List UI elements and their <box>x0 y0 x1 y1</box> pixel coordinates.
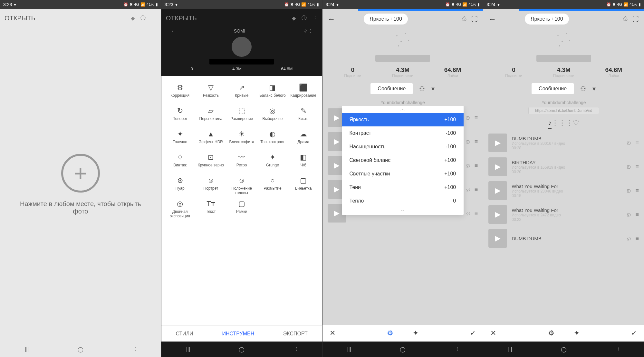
link-box[interactable]: https://somi.lnk.to/DumbDumbVid <box>528 107 599 114</box>
queue-icon[interactable]: ≡ <box>635 187 639 194</box>
adjustment-Контраст[interactable]: Контраст-100 <box>342 126 464 140</box>
queue-icon[interactable]: ≡ <box>475 186 478 193</box>
tool-расширение[interactable]: ⬚Расширение <box>228 105 255 126</box>
queue-icon[interactable]: ≡ <box>635 211 639 218</box>
info-icon[interactable]: ⓘ <box>140 15 146 22</box>
tool-положение-головы[interactable]: ☺Положение головы <box>228 175 255 195</box>
tab-tools[interactable]: ИНСТРУМЕН <box>222 331 254 337</box>
tool-размытие[interactable]: ○Размытие <box>259 175 286 195</box>
home-button[interactable]: ◯ <box>232 346 251 352</box>
bookmark-icon[interactable]: ⟄ <box>466 162 470 169</box>
more-caret[interactable]: ▾ <box>431 85 435 93</box>
tab-music[interactable]: ♪ <box>548 119 552 129</box>
bookmark-icon[interactable]: ⟄ <box>627 235 631 242</box>
recent-button[interactable]: ||| <box>340 346 359 352</box>
adjustment-Тепло[interactable]: Тепло0 <box>342 194 464 208</box>
tool-перспектива[interactable]: ▱Перспектива <box>197 105 225 126</box>
bookmark-icon[interactable]: ⟄ <box>627 187 631 194</box>
open-area[interactable]: + Нажмите в любом месте, чтобы открыть ф… <box>0 27 161 342</box>
tool-кисть[interactable]: ✎Кисть <box>290 105 317 126</box>
add-user-icon[interactable]: ⚇ <box>419 85 425 93</box>
tool-выборочно[interactable]: ◎Выборочно <box>259 105 286 126</box>
recent-button[interactable]: ||| <box>500 346 520 352</box>
queue-icon[interactable]: ≡ <box>475 210 478 217</box>
bookmark-icon[interactable]: ⟄ <box>466 210 470 217</box>
tool-поворот[interactable]: ↻Поворот <box>166 105 194 126</box>
tool-баланс-белого[interactable]: ◨Баланс белого <box>259 82 286 103</box>
more-caret[interactable]: ▾ <box>592 85 596 93</box>
bookmark-icon[interactable]: ⟄ <box>627 140 631 146</box>
song-item[interactable]: ▶BIRTHDAYИспользуется в 165919 видео00:2… <box>483 155 644 179</box>
tool-виньетка[interactable]: ▢Виньетка <box>290 175 317 195</box>
queue-icon[interactable]: ≡ <box>475 162 478 169</box>
song-item[interactable]: ▶What You Waiting ForИспользуется в 2304… <box>483 179 644 203</box>
queue-icon[interactable]: ≡ <box>635 164 639 170</box>
bell-icon[interactable]: ♤ <box>461 15 467 23</box>
tune-icon[interactable]: ⚙ <box>387 329 393 337</box>
recent-button[interactable]: ||| <box>17 346 36 352</box>
bell-icon[interactable]: ♤ <box>622 15 629 23</box>
bookmark-icon[interactable]: ⟄ <box>466 186 470 193</box>
layers-icon[interactable]: ◆ <box>131 15 135 21</box>
tool-нуар[interactable]: ⊛Нуар <box>166 175 194 195</box>
message-button[interactable]: Сообщение <box>532 83 574 94</box>
cancel-button[interactable]: ✕ <box>490 329 496 337</box>
tab-heart[interactable]: ♡ <box>573 119 579 129</box>
tool-винтаж[interactable]: ♢Винтаж <box>166 152 194 172</box>
tool-блеск-софита[interactable]: ☀Блеск софита <box>228 128 255 149</box>
back-arrow[interactable]: ← <box>328 15 335 24</box>
adjustments-panel[interactable]: ︿ Яркость+100Контраст-100Насыщенность-10… <box>342 106 464 215</box>
confirm-button[interactable]: ✓ <box>631 329 637 337</box>
compare-icon[interactable]: ⛶ <box>632 15 639 23</box>
tool-коррекция[interactable]: ⚙Коррекция <box>166 82 194 103</box>
queue-icon[interactable]: ≡ <box>475 138 478 145</box>
tool-резкость[interactable]: ▽Резкость <box>197 82 225 103</box>
adjustment-Яркость[interactable]: Яркость+100 <box>342 113 464 126</box>
tool-кадрирование[interactable]: ⬛Кадрирование <box>290 82 317 103</box>
bookmark-icon[interactable]: ⟄ <box>466 138 470 145</box>
adjustment-Тени[interactable]: Тени+100 <box>342 181 464 194</box>
bookmark-icon[interactable]: ⟄ <box>627 211 631 218</box>
tool-точечно[interactable]: ✦Точечно <box>166 128 194 149</box>
tab-export[interactable]: ЭКСПОРТ <box>283 331 308 337</box>
bookmark-icon[interactable]: ⟄ <box>627 164 631 170</box>
adjustment-Светлые участки[interactable]: Светлые участки+100 <box>342 167 464 181</box>
back-button[interactable]: 〈 <box>447 346 466 353</box>
tool-крупное-зерно[interactable]: ⊡Крупное зерно <box>197 152 225 172</box>
back-button[interactable]: 〈 <box>124 346 144 353</box>
confirm-button[interactable]: ✓ <box>470 329 476 337</box>
back-button[interactable]: 〈 <box>608 346 627 353</box>
more-icon[interactable]: ⋮ <box>151 15 157 21</box>
tool-портрет[interactable]: ☺Портрет <box>197 175 225 195</box>
tool-драма[interactable]: ☁Драма <box>290 128 317 149</box>
tool-кривые[interactable]: ↗Кривые <box>228 82 255 103</box>
tool-двойная-экспозиция[interactable]: ◎Двойная экспозиция <box>166 198 194 219</box>
song-item[interactable]: ▶DUMB DUMB⟄≡ <box>483 226 644 250</box>
tool-тон-контраст[interactable]: ◐Тон. контраст <box>259 128 286 149</box>
tool-рамки[interactable]: ▢Рамки <box>228 198 255 219</box>
song-item[interactable]: ▶What You Waiting ForИспользуется в 2472… <box>483 203 644 226</box>
add-user-icon[interactable]: ⚇ <box>580 85 586 93</box>
queue-icon[interactable]: ≡ <box>475 114 478 121</box>
tune-icon[interactable]: ⚙ <box>548 329 554 337</box>
home-button[interactable]: ◯ <box>393 346 412 352</box>
back-arrow[interactable]: ← <box>488 15 496 24</box>
queue-icon[interactable]: ≡ <box>635 140 639 146</box>
home-button[interactable]: ◯ <box>554 346 573 352</box>
tab-styles[interactable]: СТИЛИ <box>176 331 193 337</box>
adjustment-Насыщенность[interactable]: Насыщенность-100 <box>342 140 464 154</box>
tool-ч-б[interactable]: ◧Ч/б <box>290 152 317 172</box>
tool-текст[interactable]: TᴛТекст <box>197 198 225 219</box>
bookmark-icon[interactable]: ⟄ <box>466 114 470 121</box>
tab-grid[interactable]: ⋮⋮⋮ <box>552 119 573 129</box>
compare-icon[interactable]: ⛶ <box>471 15 478 23</box>
recent-button[interactable]: ||| <box>178 346 198 352</box>
tool-эффект-hdr[interactable]: ▲Эффект HDR <box>197 128 225 149</box>
message-button[interactable]: Сообщение <box>370 83 413 94</box>
magic-icon[interactable]: ✦ <box>574 329 580 337</box>
tool-ретро[interactable]: 〰Ретро <box>228 152 255 172</box>
song-item[interactable]: ▶DUMB DUMBИспользуется в 200167 видео00:… <box>483 131 644 155</box>
magic-icon[interactable]: ✦ <box>413 329 418 337</box>
back-button[interactable]: 〈 <box>285 346 305 353</box>
home-button[interactable]: ◯ <box>71 346 90 352</box>
